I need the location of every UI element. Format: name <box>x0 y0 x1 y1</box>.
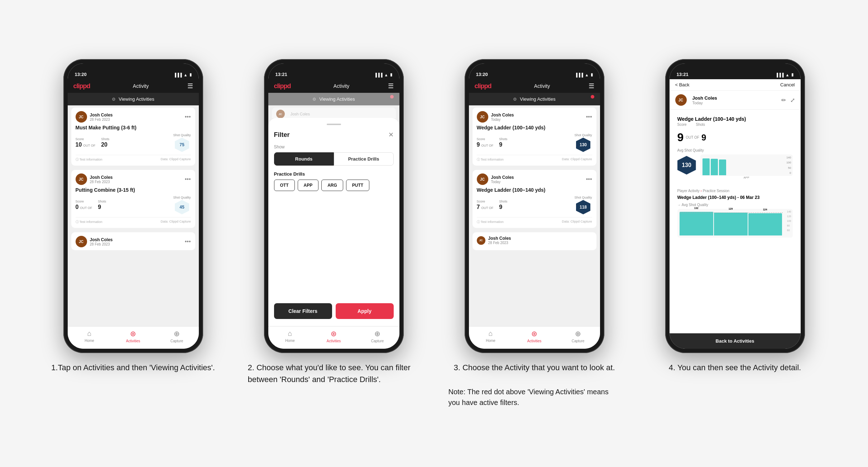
detail-nav: < Back Cancel <box>670 79 801 91</box>
notch-2 <box>312 63 355 74</box>
nav-title-3: Activity <box>496 83 589 89</box>
activity-card-3-2[interactable]: JC Josh Coles Today ••• Wedge Ladder (10… <box>473 170 596 228</box>
nav-home-3[interactable]: ⌂ Home <box>469 329 513 343</box>
name-peek-2: Josh Coles <box>291 112 310 116</box>
time-1: 13:20 <box>75 72 87 77</box>
red-dot-3 <box>591 95 594 99</box>
wifi-icon-2: ▲ <box>384 73 388 77</box>
battery-icon-2: ▮ <box>390 72 392 77</box>
detail-user-row: JC Josh Coles Today ✏ ⤢ <box>670 91 801 110</box>
cancel-button[interactable]: Cancel <box>780 82 795 87</box>
screen-content-2: ⚙ Viewing Activities JC Josh Coles <box>268 93 399 326</box>
activity-card-1-1[interactable]: JC Josh Coles 28 Feb 2023 ••• Must Make … <box>71 108 195 166</box>
nav-capture-1[interactable]: ⊕ Capture <box>155 329 199 343</box>
capture-icon-2: ⊕ <box>374 329 380 338</box>
capture-icon-1: ⊕ <box>174 329 180 338</box>
edit-icon[interactable]: ✏ <box>781 97 786 104</box>
capture-icon-3: ⊕ <box>575 329 581 338</box>
detail-user-name: Josh Coles <box>692 95 717 101</box>
step-desc-4: 4. You can then see the Activity detail. <box>669 362 801 373</box>
more-icon-1-1[interactable]: ••• <box>185 114 191 120</box>
signal-icon-3: ▐▐▐ <box>575 73 583 77</box>
viewing-banner-2: ⚙ Viewing Activities <box>268 93 399 105</box>
shot-quality-1-1: 75 <box>175 138 189 152</box>
activity-card-3-3[interactable]: JC Josh Coles 28 Feb 2023 <box>473 232 596 250</box>
detail-practice-card: Player Activity › Practice Session Wedge… <box>673 185 797 242</box>
show-label: Show <box>274 144 394 149</box>
nav-capture-2[interactable]: ⊕ Capture <box>356 329 399 343</box>
screen-content-3: ⚙ Viewing Activities JC Josh Coles Today <box>469 93 600 326</box>
nav-home-1[interactable]: ⌂ Home <box>68 329 111 343</box>
detail-content: JC Josh Coles Today ✏ ⤢ <box>670 91 801 333</box>
menu-icon-3[interactable]: ☰ <box>589 82 594 90</box>
steps-container: 13:20 ▐▐▐ ▲ ▮ clippd Activity ☰ ⚙ Viewin… <box>40 59 828 408</box>
drill-title: Wedge Ladder (100–140 yds) - 06 Mar 23 <box>677 195 793 200</box>
wifi-icon-4: ▲ <box>786 73 790 77</box>
drill-arg[interactable]: ARG <box>321 180 343 191</box>
activity-card-1-2[interactable]: JC Josh Coles 28 Feb 2023 ••• Putting Co… <box>71 170 195 228</box>
rounds-toggle[interactable]: Rounds <box>274 152 334 166</box>
user-date-1-3: 28 Feb 2023 <box>90 242 185 246</box>
filter-actions: Clear Filters Apply <box>274 303 394 319</box>
notch-1 <box>112 63 155 74</box>
user-name-1-2: Josh Coles <box>90 175 185 180</box>
activity-title-1-2: Putting Combine (3-15 ft) <box>76 187 191 193</box>
avatar-1-1: JC <box>76 111 87 123</box>
nav-activities-1[interactable]: ⊛ Activities <box>111 329 155 343</box>
bottom-nav-3: ⌂ Home ⊛ Activities ⊕ Capture <box>469 326 600 349</box>
bottom-nav-2: ⌂ Home ⊛ Activities ⊕ Capture <box>268 326 399 349</box>
close-icon[interactable]: ✕ <box>388 131 394 139</box>
drill-tags: OTT APP ARG PUTT <box>274 180 394 191</box>
footer-left-1-1: ⓘ Test Information <box>76 157 102 162</box>
drill-putt[interactable]: PUTT <box>346 180 369 191</box>
score-label-d: Score <box>677 123 687 127</box>
activity-card-1-3[interactable]: JC Josh Coles 28 Feb 2023 ••• <box>71 232 195 250</box>
shot-quality-1-2: 45 <box>175 200 189 214</box>
viewing-banner-1[interactable]: ⚙ Viewing Activities <box>68 93 199 105</box>
viewing-banner-3[interactable]: ⚙ Viewing Activities <box>469 93 600 105</box>
phone-1: 13:20 ▐▐▐ ▲ ▮ clippd Activity ☰ ⚙ Viewin… <box>63 59 203 353</box>
more-icon-1-2[interactable]: ••• <box>185 176 191 182</box>
expand-icon[interactable]: ⤢ <box>790 97 795 104</box>
practice-drills-toggle[interactable]: Practice Drills <box>334 152 394 166</box>
user-name-1-3: Josh Coles <box>90 237 185 242</box>
bar-1 <box>702 158 710 175</box>
nav-capture-3[interactable]: ⊕ Capture <box>556 329 600 343</box>
filter-modal: Filter ✕ Show Rounds Practice Drills Pra… <box>268 118 399 326</box>
signal-icon: ▐▐▐ <box>173 73 182 77</box>
back-button[interactable]: < Back <box>675 82 690 87</box>
step-1: 13:20 ▐▐▐ ▲ ▮ clippd Activity ☰ ⚙ Viewin… <box>40 59 226 373</box>
apply-button[interactable]: Apply <box>336 303 394 319</box>
back-activities-button[interactable]: Back to Activities <box>670 333 801 349</box>
step-desc-3b: Note: The red dot above 'Viewing Activit… <box>449 386 620 408</box>
more-icon-3-2[interactable]: ••• <box>586 176 592 182</box>
chart-4: 140 100 50 0 APP <box>700 154 793 176</box>
shots-label-d: Shots <box>696 123 705 127</box>
avatar-3-2: JC <box>477 173 488 185</box>
menu-icon-2[interactable]: ☰ <box>388 82 394 90</box>
more-icon-1-3[interactable]: ••• <box>185 238 191 245</box>
bar-b3: 124 <box>748 213 782 235</box>
clear-filters-button[interactable]: Clear Filters <box>274 303 332 319</box>
quality-hex-4: 130 <box>677 156 696 175</box>
activity-card-3-1[interactable]: JC Josh Coles Today ••• Wedge Ladder (10… <box>473 108 596 166</box>
menu-icon-1[interactable]: ☰ <box>187 82 193 90</box>
red-dot-2 <box>390 95 394 99</box>
drill-ott[interactable]: OTT <box>274 180 295 191</box>
step-desc-3a: 3. Choose the Activity that you want to … <box>454 362 615 373</box>
nav-home-2[interactable]: ⌂ Home <box>268 329 312 343</box>
phone-3: 13:20 ▐▐▐ ▲ ▮ clippd Activity ☰ ⚙ Viewin… <box>465 59 604 353</box>
dash-line <box>680 213 783 213</box>
nav-activities-3[interactable]: ⊛ Activities <box>513 329 556 343</box>
avatar-3-1: JC <box>477 111 488 123</box>
filter-title: Filter <box>274 131 290 139</box>
banner-text-3: Viewing Activities <box>520 96 555 102</box>
more-icon-3-1[interactable]: ••• <box>586 114 592 120</box>
detail-activity-title: Wedge Ladder (100–140 yds) <box>677 116 746 122</box>
filter-handle <box>327 124 341 125</box>
step-2: 13:21 ▐▐▐ ▲ ▮ clippd Activity ☰ ⚙ <box>241 59 427 385</box>
footer-right-1-1: Data: Clippd Capture <box>160 157 191 162</box>
nav-activities-2[interactable]: ⊛ Activities <box>312 329 356 343</box>
activities-icon-3: ⊛ <box>531 329 537 338</box>
drill-app[interactable]: APP <box>298 180 319 191</box>
